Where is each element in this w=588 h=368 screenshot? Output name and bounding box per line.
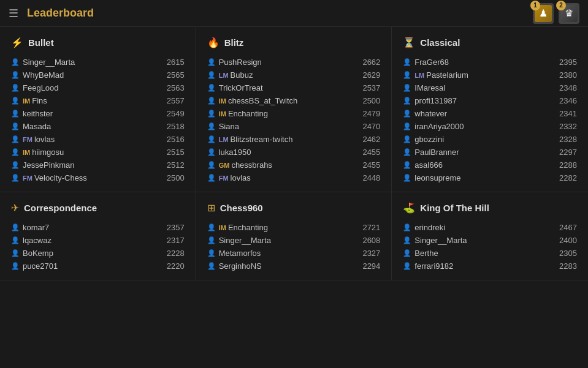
player-row[interactable]: 👤IMaresal2348 [403,81,577,94]
player-name[interactable]: ferrari9182 [414,261,554,271]
player-row[interactable]: 👤Metamorfos2327 [207,247,381,260]
player-name[interactable]: lqacwaz [23,236,162,245]
player-name[interactable]: Fins [32,96,162,105]
player-row[interactable]: 👤Singer__Marta2608 [207,234,381,247]
leaderboard-grid: ⚡Bullet👤Singer__Marta2615👤WhyBeMad2565👤F… [0,27,588,280]
player-row[interactable]: 👤IM Fins2557 [11,94,185,107]
player-name[interactable]: iranAriya2000 [414,122,554,131]
player-row[interactable]: 👤FM Velocity-Chess2500 [11,171,185,184]
player-row[interactable]: 👤iranAriya20002332 [403,120,577,133]
player-row[interactable]: 👤Singer__Marta2615 [11,56,185,69]
player-row[interactable]: 👤Masada2518 [11,120,185,133]
player-name[interactable]: Siana [219,122,358,131]
player-row[interactable]: 👤FraGer682395 [403,56,577,69]
player-icon: 👤 [403,58,411,66]
player-name[interactable]: profi131987 [414,96,554,105]
player-name[interactable]: Enchanting [228,223,358,232]
player-name[interactable]: hiimgosu [32,148,162,157]
player-row[interactable]: 👤luka19502455 [207,146,381,159]
player-name[interactable]: asal666 [414,160,554,170]
section-title-chess960: Chess960 [220,203,263,213]
player-row[interactable]: 👤lqacwaz2317 [11,234,185,247]
player-row[interactable]: 👤asal6662288 [403,159,577,171]
player-name[interactable]: gbozzini [414,135,554,144]
player-row[interactable]: 👤TrickOrTreat2537 [207,81,381,94]
player-icon: 👤 [403,110,411,118]
player-row[interactable]: 👤PaulBranner2297 [403,146,577,159]
player-row[interactable]: 👤whatever2341 [403,107,577,120]
player-name[interactable]: whatever [414,109,554,118]
menu-icon[interactable]: ☰ [9,7,18,20]
player-row[interactable]: 👤LM Blitzstream-twitch2462 [207,133,381,146]
player-row[interactable]: 👤SerginhoNS2294 [207,260,381,272]
player-name[interactable]: luka1950 [219,148,358,157]
player-name[interactable]: chessbrahs [231,160,357,170]
player-row[interactable]: 👤puce27012220 [11,260,185,272]
player-row[interactable]: 👤FeegLood2563 [11,81,185,94]
player-name[interactable]: Singer__Marta [23,58,162,67]
player-name[interactable]: puce2701 [23,261,162,271]
player-name[interactable]: Blitzstream-twitch [231,135,358,144]
player-name[interactable]: SerginhoNS [219,261,358,271]
player-name[interactable]: PushResign [219,58,358,67]
player-row[interactable]: 👤FM lovlas2448 [207,171,381,184]
player-name[interactable]: Bubuz [231,70,358,80]
player-row[interactable]: 👤FM lovlas2516 [11,133,185,146]
player-name[interactable]: Masada [23,122,162,131]
player-name[interactable]: Berthe [414,249,554,258]
player-name[interactable]: Singer__Marta [219,236,358,245]
player-row[interactable]: 👤keithster2549 [11,107,185,120]
player-row[interactable]: 👤LM Pastelarium2380 [403,69,577,81]
player-icon: 👤 [11,262,20,270]
player-name[interactable]: Velocity-Chess [34,173,162,182]
player-row[interactable]: 👤profi1319872346 [403,94,577,107]
player-row[interactable]: 👤IM Enchanting2721 [207,221,381,234]
player-row[interactable]: 👤IM chessBS_at_Twitch2500 [207,94,381,107]
player-icon: 👤 [207,262,216,270]
player-row[interactable]: 👤Siana2470 [207,120,381,133]
player-row[interactable]: 👤erindreki2467 [403,221,577,234]
player-name[interactable]: Enchanting [228,109,358,118]
player-row[interactable]: 👤IM hiimgosu2515 [11,146,185,159]
player-name[interactable]: Singer__Marta [414,236,554,245]
player-name[interactable]: FraGer68 [414,58,554,67]
player-row[interactable]: 👤PushResign2662 [207,56,381,69]
player-row[interactable]: 👤IM Enchanting2479 [207,107,381,120]
player-icon: 👤 [403,249,411,257]
player-name[interactable]: lovlas [34,135,162,144]
user-avatar-2[interactable]: 2 ♛ [559,3,579,24]
player-name[interactable]: erindreki [414,223,554,232]
player-name[interactable]: leonsupreme [414,173,554,182]
player-name[interactable]: TrickOrTreat [219,83,358,92]
player-icon: 👤 [403,223,411,231]
player-rating: 2395 [559,58,577,67]
player-name[interactable]: Pastelarium [426,70,554,80]
player-row[interactable]: 👤Singer__Marta2400 [403,234,577,247]
player-icon: 👤 [11,135,20,143]
player-name[interactable]: komar7 [23,223,162,232]
player-name[interactable]: WhyBeMad [23,70,162,80]
player-name[interactable]: JessePinkman [23,160,162,170]
player-name[interactable]: keithster [23,109,162,118]
player-row[interactable]: 👤BoKemp2228 [11,247,185,260]
player-name[interactable]: BoKemp [23,249,162,258]
player-row[interactable]: 👤WhyBeMad2565 [11,69,185,81]
player-row[interactable]: 👤leonsupreme2282 [403,171,577,184]
player-row[interactable]: 👤Berthe2305 [403,247,577,260]
player-name[interactable]: chessBS_at_Twitch [228,96,358,105]
player-rating: 2629 [362,70,380,80]
player-name[interactable]: FeegLood [23,83,162,92]
player-row[interactable]: 👤GM chessbrahs2455 [207,159,381,171]
player-name[interactable]: Metamorfos [219,249,358,258]
player-row[interactable]: 👤ferrari91822283 [403,260,577,272]
player-name[interactable]: IMaresal [414,83,554,92]
player-name[interactable]: lovlas [231,173,358,182]
player-row[interactable]: 👤LM Bubuz2629 [207,69,381,81]
player-rating: 2328 [559,135,577,144]
player-row[interactable]: 👤JessePinkman2512 [11,159,185,171]
player-icon: 👤 [207,135,216,143]
user-avatar-1[interactable]: 1 ♟ [533,3,554,24]
player-row[interactable]: 👤gbozzini2328 [403,133,577,146]
player-row[interactable]: 👤komar72357 [11,221,185,234]
player-name[interactable]: PaulBranner [414,148,554,157]
